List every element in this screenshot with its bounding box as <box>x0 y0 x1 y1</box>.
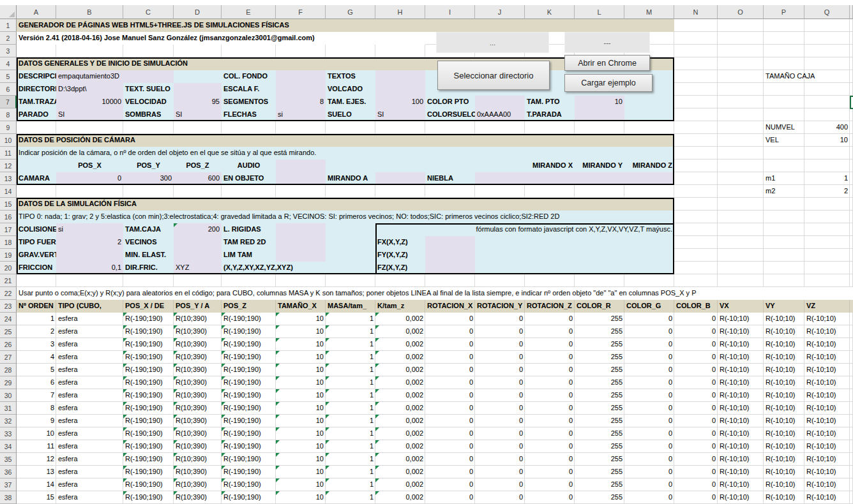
cell-B5[interactable]: empaqutamiento3D <box>56 70 174 83</box>
grid-cell[interactable] <box>850 262 853 274</box>
row-header-32[interactable]: 32 <box>0 415 17 427</box>
grid-cell[interactable] <box>850 147 853 159</box>
cell-E24[interactable]: R(-190;190) <box>222 313 276 325</box>
row-header-23[interactable]: 23 <box>0 300 17 313</box>
grid-cell[interactable] <box>850 313 853 325</box>
grid-cell[interactable] <box>475 274 525 287</box>
cell-J29[interactable]: 0 <box>475 376 525 389</box>
grid-cell[interactable] <box>850 427 853 440</box>
cell-F5[interactable] <box>276 70 326 83</box>
cell-E26[interactable]: R(-190;190) <box>222 338 276 351</box>
cell-B13[interactable]: 0 <box>56 172 123 185</box>
cell-L31[interactable]: 255 <box>575 402 624 415</box>
cell-C23[interactable]: POS_X / DE <box>123 300 174 313</box>
cell-J24[interactable]: 0 <box>475 313 525 325</box>
cell-C30[interactable]: R(-190;190) <box>123 389 174 402</box>
grid-cell[interactable] <box>764 249 804 262</box>
cell-B38[interactable]: esfera <box>56 491 123 504</box>
grid-cell[interactable] <box>764 198 804 211</box>
cell-D17[interactable]: 200 <box>174 223 222 236</box>
grid-cell[interactable] <box>804 147 850 159</box>
cell-B8[interactable]: SI <box>56 108 123 121</box>
cell-B20[interactable]: 0,1 <box>56 262 123 274</box>
cell-D19[interactable] <box>174 249 222 262</box>
select-all-corner[interactable] <box>0 5 17 19</box>
row-header-31[interactable]: 31 <box>0 402 17 415</box>
cell-O34[interactable]: R(-10;10) <box>718 440 764 453</box>
cell-D23[interactable]: POS_Y / A <box>174 300 222 313</box>
cell-C34[interactable]: R(-190;190) <box>123 440 174 453</box>
cell-K23[interactable]: ROTACION_Z <box>525 300 575 313</box>
cell-F31[interactable]: 10 <box>276 402 326 415</box>
grid-cell[interactable] <box>575 185 624 198</box>
grid-cell[interactable] <box>804 274 850 287</box>
cell-E23[interactable]: POS_Z <box>222 300 276 313</box>
cell-L8[interactable] <box>575 108 624 121</box>
cell-A25[interactable]: 2 <box>17 325 56 338</box>
cell-Q32[interactable]: R(-10;10) <box>804 415 850 427</box>
grid-cell[interactable] <box>764 83 804 96</box>
cell-E12[interactable]: AUDIO <box>222 159 276 172</box>
row-header-7[interactable]: 7 <box>0 96 17 108</box>
grid-cell[interactable] <box>804 45 850 57</box>
row-header-21[interactable]: 21 <box>0 274 17 287</box>
grid-cell[interactable] <box>850 159 853 172</box>
cell-L26[interactable]: 255 <box>575 338 624 351</box>
grid-cell[interactable] <box>764 211 804 223</box>
grid-cell[interactable] <box>850 223 853 236</box>
cell-J31[interactable]: 0 <box>475 402 525 415</box>
grid-cell[interactable] <box>764 19 804 32</box>
cell-P30[interactable]: R(-10;10) <box>764 389 804 402</box>
cell-I37[interactable]: 0 <box>425 478 475 491</box>
grid-cell[interactable] <box>674 108 718 121</box>
grid-cell[interactable] <box>425 121 475 134</box>
active-cell-border[interactable] <box>850 96 853 109</box>
grid-cell[interactable] <box>804 32 850 45</box>
cell-E19[interactable]: LIM TAM <box>222 249 276 262</box>
grid-cell[interactable] <box>375 274 425 287</box>
cell-P35[interactable]: R(-10;10) <box>764 453 804 466</box>
grid-cell[interactable] <box>718 172 764 185</box>
cell-B37[interactable]: esfera <box>56 478 123 491</box>
cell-Q28[interactable]: R(-10;10) <box>804 364 850 376</box>
cell-O29[interactable]: R(-10;10) <box>718 376 764 389</box>
cell-M28[interactable]: 0 <box>624 364 674 376</box>
cell-P31[interactable]: R(-10;10) <box>764 402 804 415</box>
cell-D25[interactable]: R(10;390) <box>174 325 222 338</box>
cell-Q13[interactable]: 1 <box>804 172 850 185</box>
grid-cell[interactable] <box>804 236 850 249</box>
cell-H5[interactable] <box>375 70 425 83</box>
cell-E6[interactable]: ESCALA F. <box>222 83 276 96</box>
cell-G26[interactable]: 1 <box>326 338 375 351</box>
cell-K36[interactable]: 0 <box>525 466 575 478</box>
cell-F29[interactable]: 10 <box>276 376 326 389</box>
cell-E37[interactable]: R(-190;190) <box>222 478 276 491</box>
cell-C29[interactable]: R(-190;190) <box>123 376 174 389</box>
row-header-10[interactable]: 10 <box>0 134 17 147</box>
cell-N35[interactable]: 0 <box>674 453 718 466</box>
placeholder-box-left[interactable]: ... <box>436 32 549 53</box>
cell-P33[interactable]: R(-10;10) <box>764 427 804 440</box>
cell-G28[interactable]: 1 <box>326 364 375 376</box>
cell-B17[interactable]: si <box>56 223 123 236</box>
cell-M12[interactable]: MIRANDO Z <box>624 159 674 172</box>
cell-B36[interactable]: esfera <box>56 466 123 478</box>
column-header-H[interactable]: H <box>375 5 425 19</box>
grid-cell[interactable] <box>764 223 804 236</box>
cell-E25[interactable]: R(-190;190) <box>222 325 276 338</box>
row-header-36[interactable]: 36 <box>0 466 17 478</box>
grid-cell[interactable] <box>850 440 853 453</box>
grid-cell[interactable] <box>624 274 674 287</box>
cell-C33[interactable]: R(-190;190) <box>123 427 174 440</box>
row-header-4[interactable]: 4 <box>0 57 17 70</box>
cell-N29[interactable]: 0 <box>674 376 718 389</box>
cell-J30[interactable]: 0 <box>475 389 525 402</box>
cell-G38[interactable]: 1 <box>326 491 375 504</box>
grid-cell[interactable] <box>764 57 804 70</box>
cell-G6[interactable]: VOLCADO <box>326 83 375 96</box>
cell-D24[interactable]: R(10;390) <box>174 313 222 325</box>
cell-A32[interactable]: 9 <box>17 415 56 427</box>
cell-H35[interactable]: 0,002 <box>375 453 425 466</box>
cell-A24[interactable]: 1 <box>17 313 56 325</box>
cell-M38[interactable]: 0 <box>624 491 674 504</box>
